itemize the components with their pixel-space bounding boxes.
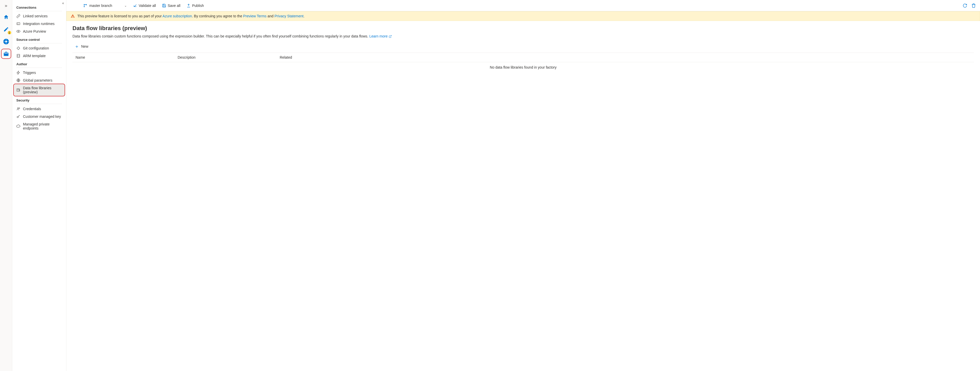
menu-triggers[interactable]: Triggers [12,69,66,76]
globe-icon [16,78,21,82]
svg-point-7 [17,116,18,117]
chevron-down-icon: ⌄ [124,4,127,7]
bolt-icon [16,71,21,75]
refresh-icon[interactable] [963,3,967,8]
menu-label: Credentials [23,107,41,111]
new-label: New [81,44,88,48]
menu-label: Integration runtimes [23,22,55,26]
menu-label: Git configuration [23,46,49,50]
banner-text: This preview feature is licensed to you … [77,14,304,18]
external-link-icon [389,35,392,38]
preview-banner: This preview feature is licensed to you … [66,11,980,21]
check-icon [133,3,137,8]
menu-integration-runtimes[interactable]: Integration runtimes [12,20,66,27]
manage-toolbox-icon[interactable] [2,49,11,59]
cloud-lock-icon [16,124,21,128]
publish-button[interactable]: Publish [186,3,204,8]
publish-label: Publish [192,3,204,8]
section-header-source-control: Source control [12,35,66,43]
table-header: Name Description Related [73,53,974,62]
runtime-icon [16,22,21,26]
column-description[interactable]: Description [178,55,280,59]
monitor-icon[interactable] [2,37,11,46]
svg-point-8 [84,4,85,5]
svg-point-9 [84,6,85,7]
menu-label: Linked services [23,14,48,18]
menu-linked-services[interactable]: Linked services [12,12,66,20]
save-icon [162,3,166,8]
azure-subscription-link[interactable]: Azure subscription [162,14,192,18]
link-icon [16,14,21,18]
author-pencil-icon[interactable]: 1 [2,25,11,34]
menu-label: Azure Purview [23,29,46,33]
person-key-icon [16,107,21,111]
column-name[interactable]: Name [76,55,178,59]
branch-label: master branch [89,3,112,8]
empty-state: No data flow libraries found in your fac… [73,62,974,73]
section-header-connections: Connections [12,3,66,11]
menu-customer-managed-key[interactable]: Customer managed key [12,113,66,120]
new-button[interactable]: ＋ New [73,42,90,51]
library-icon [16,88,21,92]
eye-icon [16,29,21,33]
toolbar: master branch ⌄ Validate all Save all Pu… [66,0,980,11]
validate-label: Validate all [138,3,156,8]
warning-icon [71,14,75,18]
svg-rect-1 [17,23,20,25]
menu-git-config[interactable]: Git configuration [12,44,66,52]
manage-panel: « Connections Linked services Integratio… [12,0,66,371]
svg-point-2 [18,31,19,32]
libraries-table: Name Description Related No data flow li… [73,52,974,73]
branch-selector[interactable]: master branch ⌄ [70,3,127,8]
plus-icon: ＋ [75,43,79,49]
menu-credentials[interactable]: Credentials [12,105,66,113]
preview-terms-link[interactable]: Preview Terms [243,14,267,18]
menu-label: Customer managed key [23,114,61,119]
save-all-button[interactable]: Save all [162,3,180,8]
menu-azure-purview[interactable]: Azure Purview [12,27,66,35]
content-area: Data flow libraries (preview) Data flow … [66,21,980,76]
author-badge: 1 [8,31,11,35]
learn-more-link[interactable]: Learn more [369,34,391,38]
upload-icon [186,3,191,8]
menu-label: Managed private endpoints [23,122,62,130]
menu-data-flow-libraries[interactable]: Data flow libraries (preview) [14,84,65,96]
menu-arm-template[interactable]: ARM template [12,52,66,60]
section-header-security: Security [12,96,66,104]
branch-icon [83,3,87,8]
column-related[interactable]: Related [280,55,971,59]
svg-point-0 [5,41,7,42]
home-icon[interactable] [2,13,11,22]
save-label: Save all [168,3,180,8]
section-header-author: Author [12,60,66,68]
delete-icon[interactable] [971,3,976,8]
left-icon-rail: » 1 [0,0,12,371]
main-area: master branch ⌄ Validate all Save all Pu… [66,0,980,371]
menu-label: Global parameters [23,78,52,82]
privacy-statement-link[interactable]: Privacy Statement [275,14,304,18]
menu-label: ARM template [23,54,46,58]
template-icon [16,54,21,58]
menu-managed-private-endpoints[interactable]: Managed private endpoints [12,120,66,132]
menu-global-parameters[interactable]: Global parameters [12,76,66,84]
page-title: Data flow libraries (preview) [73,25,974,32]
git-icon [16,46,21,50]
menu-label: Data flow libraries (preview) [23,86,62,94]
svg-point-6 [18,108,18,109]
page-description: Data flow libraries contain custom funct… [73,34,974,38]
collapse-panel-button[interactable]: « [62,1,64,5]
menu-label: Triggers [23,71,36,75]
expand-rail-button[interactable]: » [3,2,8,10]
validate-all-button[interactable]: Validate all [133,3,156,8]
key-icon [16,114,21,119]
